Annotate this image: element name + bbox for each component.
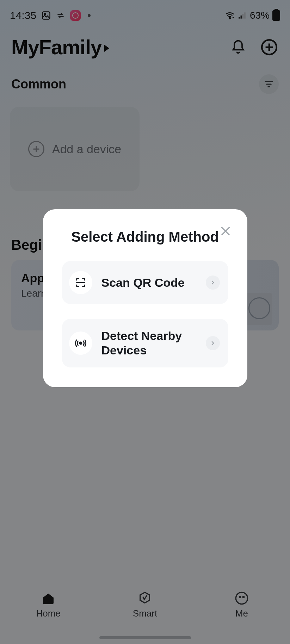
method-qr-label: Scan QR Code xyxy=(101,275,197,290)
close-icon xyxy=(219,225,232,237)
chevron-right-icon xyxy=(206,275,220,290)
method-detect-nearby[interactable]: Detect Nearby Devices xyxy=(62,319,228,367)
detect-icon xyxy=(69,332,92,355)
modal-title: Select Adding Method xyxy=(62,229,228,245)
method-detect-label: Detect Nearby Devices xyxy=(101,329,197,358)
add-method-modal: Select Adding Method Scan QR Code Detect… xyxy=(43,209,247,387)
qr-scan-icon xyxy=(69,271,92,294)
chevron-right-icon xyxy=(206,336,220,350)
screen: 14:35 63% MyFamily xyxy=(0,0,290,644)
method-scan-qr[interactable]: Scan QR Code xyxy=(62,261,228,304)
close-button[interactable] xyxy=(218,223,233,239)
svg-point-11 xyxy=(80,342,82,344)
